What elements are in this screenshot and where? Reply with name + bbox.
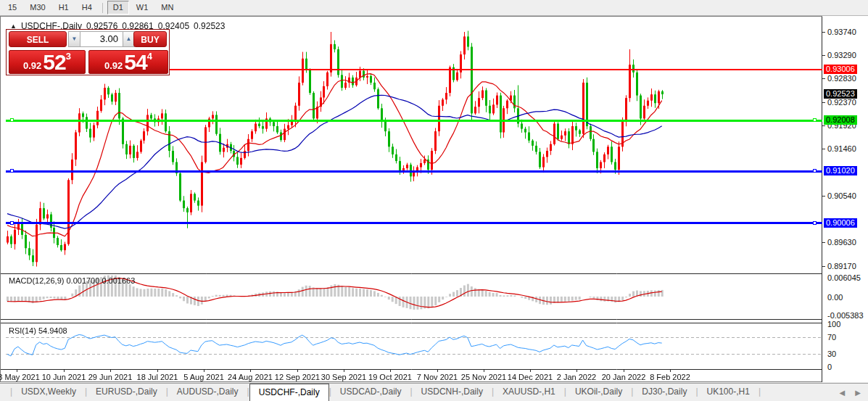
price-axis-tick — [822, 149, 825, 149]
sell-price-prefix: 0.92 — [23, 60, 41, 72]
tabs-scroll-left-icon[interactable]: ◀ — [840, 389, 846, 397]
price-axis-tick — [822, 32, 825, 33]
symbol-tab-dj30daily[interactable]: DJ30-,Daily — [633, 384, 695, 401]
hline-0.9102[interactable] — [6, 170, 822, 173]
buy-button[interactable]: BUY — [133, 31, 167, 47]
price-axis-label: 0.91460 — [827, 144, 856, 153]
date-axis-label: 20 Jan 2022 — [602, 373, 646, 381]
sell-price-point: 3 — [66, 51, 71, 61]
price-axis-tick — [822, 102, 825, 103]
rsi-label: RSI(14) 54.9408 — [9, 326, 67, 335]
price-axis-label: 0.89630 — [827, 238, 856, 247]
price-axis-tick — [822, 242, 825, 243]
price-axis-tick — [822, 125, 825, 126]
ohlc-close: 0.92523 — [194, 21, 225, 31]
sell-price-box[interactable]: 0.92 52 3 — [9, 50, 86, 74]
timeframe-button-d1[interactable]: D1 — [107, 1, 129, 15]
price-axis-tick — [822, 266, 825, 267]
rsi-axis-label: 70 — [827, 333, 836, 342]
price-axis: 0.937400.932900.928300.923700.919200.914… — [822, 16, 868, 382]
date-axis-label: 19 Oct 2021 — [368, 373, 412, 381]
sell-price-pips: 52 — [43, 52, 65, 72]
date-axis-label: 14 Dec 2021 — [508, 373, 553, 381]
symbol-tab-usdcnhdaily[interactable]: USDCNH-,Daily — [413, 384, 492, 401]
timeframe-button-15[interactable]: 15 — [2, 1, 22, 15]
hline-handle[interactable] — [813, 118, 817, 122]
date-axis-label: 23 May 2021 — [0, 373, 40, 381]
price-badge-0.92008: 0.92008 — [824, 115, 857, 125]
date-axis-label: 8 Feb 2022 — [650, 373, 690, 381]
toolbar-separator — [102, 3, 103, 13]
timeframe-toolbar: 15M30H1H4D1W1MN — [0, 0, 868, 16]
macd-axis-label: -0.005383 — [827, 311, 864, 320]
hline-handle[interactable] — [813, 221, 817, 225]
rsi-axis-label: 0 — [827, 363, 832, 371]
hline-0.92008[interactable] — [6, 120, 822, 122]
hline-handle[interactable] — [10, 118, 14, 122]
date-axis-label: 2 Jan 2022 — [557, 373, 596, 381]
rsi-axis-label: 100 — [827, 320, 840, 328]
date-axis-label: 25 Nov 2021 — [461, 373, 506, 381]
price-badge-0.92523: 0.92523 — [824, 89, 857, 99]
price-axis-label: 0.92370 — [827, 98, 856, 107]
one-click-trade-panel: SELL ▼ 3.00 ▲ BUY 0.92 52 3 0.92 54 4 — [6, 29, 170, 75]
date-axis-label: 18 Jul 2021 — [137, 373, 178, 381]
price-axis-label: 0.89170 — [827, 262, 856, 270]
price-axis-label: 0.93740 — [827, 28, 856, 36]
timeframe-button-m30[interactable]: M30 — [24, 1, 51, 15]
timeframe-button-h1[interactable]: H1 — [53, 1, 75, 15]
symbol-tab-usdxweekly[interactable]: USDX,Weekly — [12, 384, 85, 401]
buy-price-pips: 54 — [124, 52, 146, 72]
symbol-tab-bar: |USDX,Weekly|EURUSD-,Daily|AUDUSD-,Daily… — [0, 383, 868, 401]
hline-handle[interactable] — [10, 169, 14, 173]
trade-panel-row: SELL ▼ 3.00 ▲ BUY — [7, 30, 169, 49]
symbol-tab-usdcaddaily[interactable]: USDCAD-,Daily — [331, 384, 410, 401]
date-axis-label: 10 Jun 2021 — [42, 373, 86, 381]
volume-decrease-button[interactable]: ▼ — [68, 31, 80, 47]
timeframe-button-mn[interactable]: MN — [155, 1, 179, 15]
date-axis-label: 24 Aug 2021 — [228, 373, 273, 381]
hline-handle[interactable] — [813, 169, 817, 173]
rsi-axis-label: 30 — [827, 350, 836, 358]
date-axis-label: 12 Sep 2021 — [275, 373, 320, 381]
symbol-tab-audusddaily[interactable]: AUDUSD-,Daily — [168, 384, 247, 401]
price-axis-label: 0.92830 — [827, 74, 856, 83]
buy-price-point: 4 — [147, 51, 152, 61]
trading-terminal: 15M30H1H4D1W1MN ▲ USDCHF-,Daily 0.92576 … — [0, 0, 868, 401]
buy-price-prefix: 0.92 — [104, 60, 123, 72]
date-axis-label: 5 Aug 2021 — [183, 373, 224, 381]
macd-label: MACD(12,26,9) 0.001700 0.001663 — [9, 276, 135, 285]
price-axis-tick — [822, 78, 825, 79]
macd-axis-label: 0.006045 — [827, 273, 861, 282]
price-axis-tick — [822, 55, 825, 56]
date-axis-label: 30 Sep 2021 — [321, 373, 366, 381]
date-axis-label: 29 Jun 2021 — [88, 373, 133, 381]
price-badge-0.91020: 0.91020 — [824, 166, 857, 175]
volume-input[interactable]: 3.00 — [80, 31, 123, 47]
symbol-tab-eurusddaily[interactable]: EURUSD-,Daily — [87, 384, 166, 401]
price-badge-0.93006: 0.93006 — [824, 65, 857, 74]
symbol-tab-ukoildaily[interactable]: UKOil-,Daily — [566, 384, 631, 401]
symbol-tab-usdchfdaily[interactable]: USDCHF-,Daily — [249, 384, 329, 401]
symbol-tab-xauusdh1[interactable]: XAUUSD-,H1 — [494, 384, 564, 401]
price-badge-0.90006: 0.90006 — [824, 218, 857, 228]
price-axis-tick — [822, 196, 825, 197]
tab-separator: | — [759, 384, 761, 401]
date-axis-label: 7 Nov 2021 — [417, 373, 458, 381]
sell-button[interactable]: SELL — [9, 31, 67, 47]
symbol-tab-uk100h1[interactable]: UK100-,H1 — [698, 384, 759, 401]
buy-price-box[interactable]: 0.92 54 4 — [88, 50, 168, 74]
hline-handle[interactable] — [10, 221, 14, 225]
timeframe-button-w1[interactable]: W1 — [131, 1, 154, 15]
hline-0.90006[interactable] — [6, 222, 822, 224]
price-axis-label: 0.93290 — [827, 51, 856, 59]
macd-axis-label: 0.00 — [827, 293, 843, 302]
price-axis-label: 0.90540 — [827, 191, 856, 200]
timeframe-button-h4[interactable]: H4 — [76, 1, 98, 15]
tabs-scroll-right-icon[interactable]: ▶ — [855, 389, 861, 397]
